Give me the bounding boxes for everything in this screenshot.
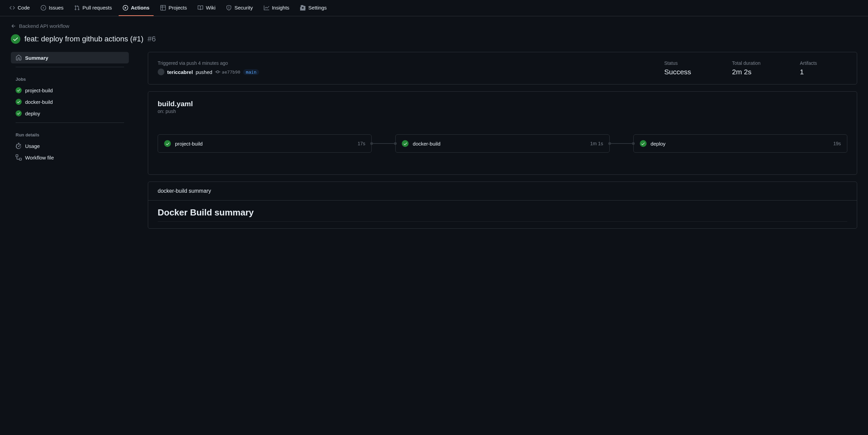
- workflow-card: build.yaml on: push project-build 17s do…: [148, 91, 857, 175]
- check-circle-icon: [16, 99, 22, 105]
- sidebar-job-label: project-build: [25, 88, 53, 93]
- nav-insights[interactable]: Insights: [260, 0, 294, 16]
- connector: [610, 143, 633, 144]
- node-time: 17s: [358, 141, 366, 146]
- nav-issues[interactable]: Issues: [37, 0, 67, 16]
- book-icon: [198, 5, 203, 11]
- artifacts-label: Artifacts: [800, 60, 847, 66]
- nav-security-label: Security: [234, 5, 253, 11]
- duration-label: Total duration: [732, 60, 780, 66]
- breadcrumb: Backend API workflow: [0, 16, 868, 32]
- nav-settings-label: Settings: [308, 5, 327, 11]
- sidebar-summary-label: Summary: [25, 55, 48, 61]
- graph-icon: [264, 5, 269, 11]
- duration-block: Total duration 2m 2s: [732, 60, 780, 76]
- nav-actions[interactable]: Actions: [119, 0, 154, 16]
- summary-title: Docker Build summary: [158, 207, 847, 222]
- sidebar-job-project-build[interactable]: project-build: [11, 84, 129, 96]
- check-circle-icon: [16, 87, 22, 93]
- sidebar-job-docker-build[interactable]: docker-build: [11, 96, 129, 108]
- artifacts-value[interactable]: 1: [800, 68, 847, 76]
- check-circle-icon: [402, 140, 409, 147]
- check-circle-icon: [16, 110, 22, 116]
- home-icon: [16, 55, 22, 61]
- nav-pulls-label: Pull requests: [82, 5, 112, 11]
- branch-tag[interactable]: main: [243, 69, 259, 75]
- nav-insights-label: Insights: [272, 5, 290, 11]
- play-icon: [123, 5, 128, 11]
- divider: [16, 122, 124, 123]
- stats-card: Triggered via push 4 minutes ago tericca…: [148, 52, 857, 84]
- sidebar-jobs-header: Jobs: [11, 71, 129, 84]
- node-name: docker-build: [413, 141, 586, 147]
- repo-nav: Code Issues Pull requests Actions Projec…: [0, 0, 868, 16]
- nav-code-label: Code: [18, 5, 30, 11]
- run-number: #6: [147, 35, 156, 43]
- arrow-left-icon: [11, 23, 16, 29]
- stopwatch-icon: [16, 143, 22, 149]
- shield-icon: [226, 5, 232, 11]
- sidebar-usage-label: Usage: [25, 143, 40, 149]
- sidebar: Summary Jobs project-build docker-build …: [5, 52, 134, 235]
- sidebar-summary[interactable]: Summary: [11, 52, 129, 63]
- divider: [16, 67, 124, 67]
- issue-icon: [41, 5, 46, 11]
- status-label: Status: [664, 60, 712, 66]
- nav-projects-label: Projects: [169, 5, 187, 11]
- nav-security[interactable]: Security: [222, 0, 257, 16]
- avatar[interactable]: [158, 69, 164, 75]
- status-value: Success: [664, 68, 712, 76]
- code-icon: [9, 5, 15, 11]
- sidebar-workflow-file-label: Workflow file: [25, 155, 54, 160]
- git-pull-request-icon: [74, 5, 80, 11]
- check-circle-icon: [11, 34, 20, 44]
- nav-pulls[interactable]: Pull requests: [70, 0, 116, 16]
- duration-value: 2m 2s: [732, 68, 780, 76]
- node-time: 1m 1s: [590, 141, 603, 146]
- gear-icon: [300, 5, 305, 11]
- check-circle-icon: [164, 140, 171, 147]
- workflow-file-name[interactable]: build.yaml: [158, 100, 847, 108]
- commit-icon: [215, 69, 220, 75]
- table-icon: [160, 5, 166, 11]
- sidebar-job-deploy[interactable]: deploy: [11, 108, 129, 119]
- summary-header: docker-build summary: [148, 182, 857, 201]
- node-name: deploy: [651, 141, 829, 147]
- nav-projects[interactable]: Projects: [156, 0, 191, 16]
- workflow-node-deploy[interactable]: deploy 19s: [633, 134, 847, 153]
- workflow-trigger: on: push: [158, 109, 847, 114]
- node-name: project-build: [175, 141, 354, 147]
- nav-wiki[interactable]: Wiki: [194, 0, 219, 16]
- commit-sha-link[interactable]: ae77b90: [215, 69, 240, 75]
- sidebar-workflow-file[interactable]: Workflow file: [11, 152, 129, 163]
- check-circle-icon: [640, 140, 647, 147]
- sidebar-job-label: docker-build: [25, 99, 53, 105]
- build-summary-card: docker-build summary Docker Build summar…: [148, 182, 857, 229]
- author-link[interactable]: tericcabrel: [167, 69, 193, 75]
- nav-code[interactable]: Code: [5, 0, 34, 16]
- nav-actions-label: Actions: [131, 5, 150, 11]
- pushed-text: pushed: [196, 69, 212, 75]
- nav-settings[interactable]: Settings: [296, 0, 331, 16]
- breadcrumb-workflow-link[interactable]: Backend API workflow: [19, 23, 69, 29]
- main-content: Triggered via push 4 minutes ago tericca…: [134, 52, 863, 235]
- workflow-graph: project-build 17s docker-build 1m 1s dep…: [158, 134, 847, 153]
- run-title-row: feat: deploy from github actions (#1) #6: [0, 32, 868, 52]
- triggered-text: Triggered via push 4 minutes ago: [158, 60, 644, 66]
- status-block: Status Success: [664, 60, 712, 76]
- sidebar-run-details-header: Run details: [11, 126, 129, 140]
- connector: [372, 143, 395, 144]
- trigger-info: Triggered via push 4 minutes ago tericca…: [158, 60, 644, 76]
- run-title: feat: deploy from github actions (#1): [24, 35, 143, 43]
- sidebar-job-label: deploy: [25, 111, 40, 116]
- sidebar-usage[interactable]: Usage: [11, 140, 129, 152]
- artifacts-block: Artifacts 1: [800, 60, 847, 76]
- workflow-icon: [16, 154, 22, 160]
- workflow-node-project-build[interactable]: project-build 17s: [158, 134, 372, 153]
- node-time: 19s: [833, 141, 841, 146]
- workflow-node-docker-build[interactable]: docker-build 1m 1s: [395, 134, 609, 153]
- nav-issues-label: Issues: [49, 5, 63, 11]
- nav-wiki-label: Wiki: [206, 5, 215, 11]
